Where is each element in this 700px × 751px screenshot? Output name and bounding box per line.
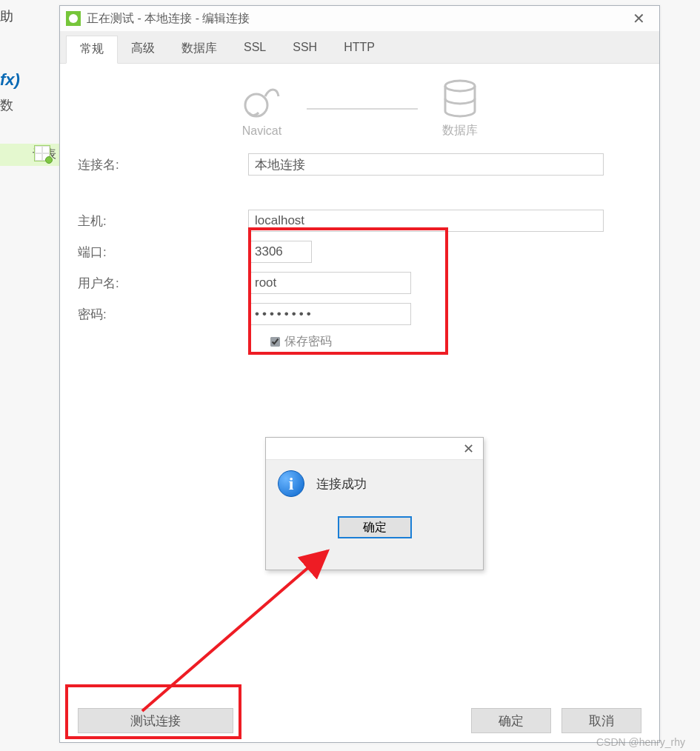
navicat-icon — [240, 80, 284, 120]
user-input[interactable] — [248, 272, 411, 294]
bg-help-menu: 助 — [0, 7, 22, 25]
conn-name-label: 连接名: — [78, 156, 248, 173]
connection-form: 连接名: 主机: 端口: 用户名: 密码: 保存密码 — [60, 146, 659, 350]
app-icon — [66, 11, 81, 26]
message-box: ✕ i 连接成功 确定 — [265, 437, 484, 570]
window-close-button[interactable]: ✕ — [624, 10, 653, 27]
bg-fx-label: fx) — [0, 70, 20, 90]
save-password-label: 保存密码 — [284, 334, 332, 350]
navicat-label: Navicat — [240, 124, 284, 138]
port-input[interactable] — [248, 241, 312, 263]
password-label: 密码: — [78, 306, 248, 323]
conn-name-input[interactable] — [248, 153, 604, 176]
message-box-close-button[interactable]: ✕ — [453, 441, 483, 457]
window-title: 正在测试 - 本地连接 - 编辑连接 — [87, 11, 250, 27]
user-label: 用户名: — [78, 275, 248, 292]
tab-ssh[interactable]: SSH — [279, 36, 330, 63]
tab-database[interactable]: 数据库 — [168, 36, 230, 63]
connector-line — [307, 108, 418, 110]
titlebar: 正在测试 - 本地连接 - 编辑连接 ✕ — [60, 6, 659, 31]
connection-header: Navicat 数据库 — [60, 64, 659, 146]
message-text: 连接成功 — [316, 475, 367, 493]
info-icon: i — [278, 470, 304, 497]
dialog-button-bar: 测试连接 确定 取消 — [60, 708, 659, 733]
tab-http[interactable]: HTTP — [330, 36, 388, 63]
save-password-checkbox[interactable] — [270, 337, 280, 347]
database-label: 数据库 — [440, 123, 480, 138]
table-icon — [34, 145, 50, 161]
message-box-ok-button[interactable]: 确定 — [338, 516, 412, 538]
cancel-button[interactable]: 取消 — [561, 708, 641, 733]
watermark: CSDN @henry_rhy — [596, 736, 685, 748]
ok-button[interactable]: 确定 — [471, 708, 551, 733]
database-icon — [440, 79, 480, 119]
host-label: 主机: — [78, 213, 248, 230]
tab-general[interactable]: 常规 — [66, 36, 118, 64]
svg-point-1 — [445, 81, 475, 91]
message-box-titlebar: ✕ — [266, 438, 483, 460]
host-input[interactable] — [248, 210, 604, 232]
tabstrip: 常规 高级 数据库 SSL SSH HTTP — [60, 31, 659, 64]
test-connection-button[interactable]: 测试连接 — [78, 708, 233, 733]
port-label: 端口: — [78, 244, 248, 261]
edit-connection-dialog: 正在测试 - 本地连接 - 编辑连接 ✕ 常规 高级 数据库 SSL SSH H… — [59, 5, 660, 743]
tab-ssl[interactable]: SSL — [230, 36, 279, 63]
bg-shu-label: 数 — [0, 96, 13, 114]
password-input[interactable] — [248, 303, 411, 325]
tab-advanced[interactable]: 高级 — [118, 36, 168, 63]
